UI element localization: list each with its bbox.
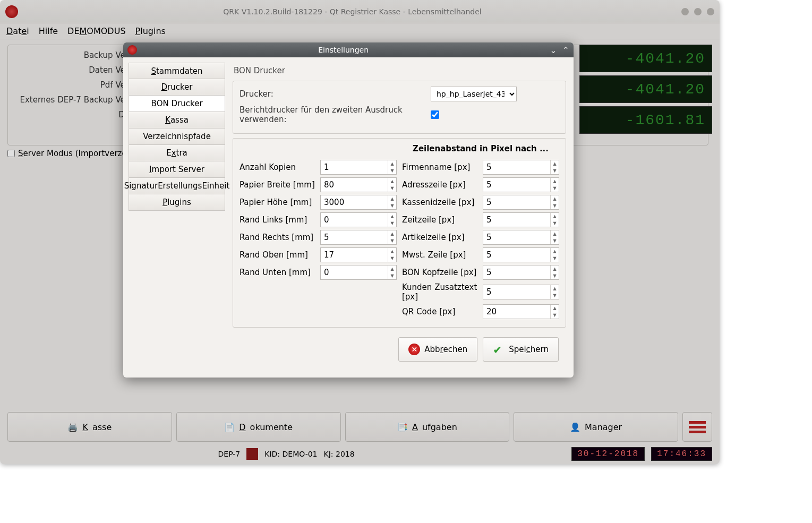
kunden-zusatztext-px-input[interactable] xyxy=(483,287,547,297)
anzahl-kopien-spinbox[interactable]: ▲▼ xyxy=(320,160,397,175)
kassenidzeile-px-input[interactable] xyxy=(483,198,547,207)
spin-down-icon[interactable]: ▼ xyxy=(551,220,559,227)
rand-links-mm-spinbox[interactable]: ▲▼ xyxy=(320,212,397,227)
spin-down-icon[interactable]: ▼ xyxy=(551,167,559,174)
anzahl-kopien-label: Anzahl Kopien xyxy=(240,162,320,172)
rand-rechts-mm-label: Rand Rechts [mm] xyxy=(240,233,320,242)
spin-down-icon[interactable]: ▼ xyxy=(551,292,559,299)
spin-down-icon[interactable]: ▼ xyxy=(551,202,559,209)
max-button[interactable] xyxy=(694,8,702,15)
spin-up-icon[interactable]: ▲ xyxy=(551,285,559,292)
qr-code-px-input[interactable] xyxy=(483,307,547,316)
dialog-max-icon[interactable]: ⌃ xyxy=(562,45,569,55)
tab-verzeichnispfade[interactable]: Verzeichnispfade xyxy=(129,128,225,145)
manager-button[interactable]: 👤 Manager xyxy=(514,412,678,442)
cancel-icon: ✕ xyxy=(408,344,420,355)
spin-down-icon[interactable]: ▼ xyxy=(551,312,559,319)
spin-down-icon[interactable]: ▼ xyxy=(388,272,396,279)
spin-down-icon[interactable]: ▼ xyxy=(551,237,559,244)
printer-select[interactable]: hp_hp_LaserJet_4350 xyxy=(431,87,517,101)
server-modus-checkbox[interactable] xyxy=(7,150,15,157)
save-button[interactable]: ✔ Speichern xyxy=(483,337,559,362)
min-button[interactable] xyxy=(681,8,689,15)
menu-demomodus[interactable]: DEMOMODUS xyxy=(67,26,125,36)
rand-links-mm-input[interactable] xyxy=(321,215,384,225)
spin-up-icon[interactable]: ▲ xyxy=(388,160,396,167)
tab-extra[interactable]: Extra xyxy=(129,145,225,161)
rand-unten-mm-spinbox[interactable]: ▲▼ xyxy=(320,265,397,280)
mwst-zeile-px-input[interactable] xyxy=(483,250,547,260)
menu-plugins[interactable]: Plugins xyxy=(135,26,166,36)
spin-down-icon[interactable]: ▼ xyxy=(551,185,559,192)
close-button[interactable] xyxy=(707,8,714,15)
papier-h-he-mm-spinbox[interactable]: ▲▼ xyxy=(320,195,397,210)
kasse-button[interactable]: 🖨️ Kasse xyxy=(7,412,172,442)
anzahl-kopien-input[interactable] xyxy=(321,162,384,172)
spin-up-icon[interactable]: ▲ xyxy=(551,178,559,185)
rand-links-mm-label: Rand Links [mm] xyxy=(240,215,320,225)
spin-up-icon[interactable]: ▲ xyxy=(388,230,396,237)
main-titlebar: QRK V1.10.2.Build-181229 - Qt Registrier… xyxy=(0,0,720,23)
spin-down-icon[interactable]: ▼ xyxy=(388,255,396,262)
menu-hilfe[interactable]: Hilfe xyxy=(39,26,58,36)
menu-datei[interactable]: Datei xyxy=(6,26,29,36)
spin-up-icon[interactable]: ▲ xyxy=(551,213,559,220)
spin-down-icon[interactable]: ▼ xyxy=(388,237,396,244)
bon-kopfzeile-px-input[interactable] xyxy=(483,268,547,277)
cancel-button[interactable]: ✕ Abbrechen xyxy=(398,337,477,362)
bon-kopfzeile-px-spinbox[interactable]: ▲▼ xyxy=(483,265,559,280)
tab-bon-drucker[interactable]: BON Drucker xyxy=(129,96,225,112)
qr-code-px-spinbox[interactable]: ▲▼ xyxy=(483,304,559,319)
zeitzeile-px-input[interactable] xyxy=(483,215,547,225)
firmenname-px-input[interactable] xyxy=(483,162,547,172)
spin-up-icon[interactable]: ▲ xyxy=(388,213,396,220)
papier-breite-mm-spinbox[interactable]: ▲▼ xyxy=(320,177,397,192)
spin-down-icon[interactable]: ▼ xyxy=(388,202,396,209)
spin-down-icon[interactable]: ▼ xyxy=(388,185,396,192)
rand-oben-mm-label: Rand Oben [mm] xyxy=(240,250,320,260)
papier-h-he-mm-input[interactable] xyxy=(321,198,384,207)
aufgaben-button[interactable]: 📑 Aufgaben xyxy=(345,412,510,442)
tab-drucker[interactable]: Drucker xyxy=(129,79,225,96)
spin-down-icon[interactable]: ▼ xyxy=(551,272,559,279)
rand-oben-mm-spinbox[interactable]: ▲▼ xyxy=(320,247,397,262)
kassenidzeile-px-spinbox[interactable]: ▲▼ xyxy=(483,195,559,210)
report-printer-checkbox[interactable] xyxy=(431,110,439,119)
spin-down-icon[interactable]: ▼ xyxy=(388,220,396,227)
rand-rechts-mm-spinbox[interactable]: ▲▼ xyxy=(320,230,397,245)
spin-down-icon[interactable]: ▼ xyxy=(551,255,559,262)
spin-up-icon[interactable]: ▲ xyxy=(388,248,396,255)
rand-oben-mm-input[interactable] xyxy=(321,250,384,260)
artikelzeile-px-spinbox[interactable]: ▲▼ xyxy=(483,230,559,245)
hamburger-menu-button[interactable] xyxy=(682,412,712,442)
spin-up-icon[interactable]: ▲ xyxy=(551,265,559,272)
artikelzeile-px-input[interactable] xyxy=(483,233,547,242)
tab-import-server[interactable]: Import Server xyxy=(129,161,225,178)
dokumente-button[interactable]: 📄 Dokumente xyxy=(176,412,341,442)
adresszeile-px-input[interactable] xyxy=(483,180,547,190)
rand-rechts-mm-input[interactable] xyxy=(321,233,384,242)
spin-up-icon[interactable]: ▲ xyxy=(551,160,559,167)
kunden-zusatztext-px-spinbox[interactable]: ▲▼ xyxy=(483,285,559,299)
spin-up-icon[interactable]: ▲ xyxy=(551,248,559,255)
spin-up-icon[interactable]: ▲ xyxy=(551,195,559,202)
spin-up-icon[interactable]: ▲ xyxy=(388,178,396,185)
spin-up-icon[interactable]: ▲ xyxy=(551,305,559,312)
tab-stammdaten[interactable]: Stammdaten xyxy=(129,63,225,79)
spin-down-icon[interactable]: ▼ xyxy=(388,167,396,174)
zeitzeile-px-spinbox[interactable]: ▲▼ xyxy=(483,212,559,227)
settings-tabs: Stammdaten Drucker BON Drucker Kassa Ver… xyxy=(123,57,227,378)
firmenname-px-spinbox[interactable]: ▲▼ xyxy=(483,160,559,175)
adresszeile-px-spinbox[interactable]: ▲▼ xyxy=(483,177,559,192)
dialog-min-icon[interactable]: ⌄ xyxy=(550,45,557,55)
kunden-zusatztext-px-label: Kunden Zusatztext [px] xyxy=(402,282,483,302)
tab-kassa[interactable]: Kassa xyxy=(129,112,225,128)
rand-unten-mm-input[interactable] xyxy=(321,268,384,277)
mwst-zeile-px-spinbox[interactable]: ▲▼ xyxy=(483,247,559,262)
papier-breite-mm-input[interactable] xyxy=(321,180,384,190)
spin-up-icon[interactable]: ▲ xyxy=(388,195,396,202)
tab-plugins[interactable]: Plugins xyxy=(129,194,225,211)
tab-signatur[interactable]: SignaturErstellungsEinheit xyxy=(129,178,225,194)
spin-up-icon[interactable]: ▲ xyxy=(388,265,396,272)
spin-up-icon[interactable]: ▲ xyxy=(551,230,559,237)
